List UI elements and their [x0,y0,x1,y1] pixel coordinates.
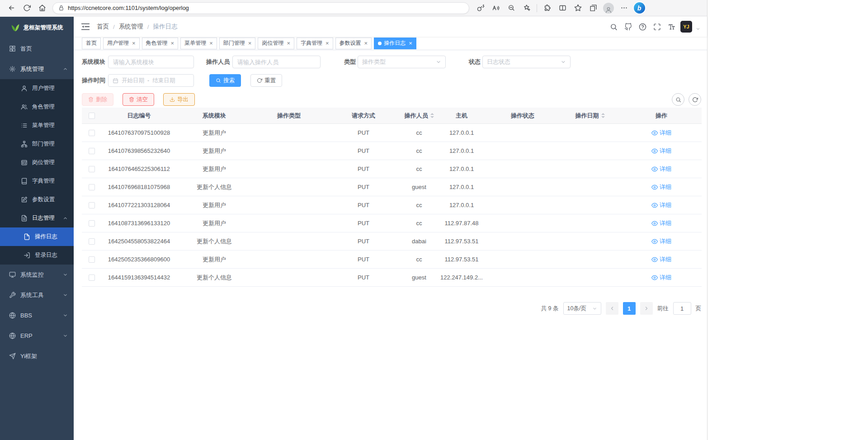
tab-8[interactable]: 操作日志× [374,38,416,49]
tab-4[interactable]: 部门管理× [219,38,256,49]
module-input[interactable] [108,56,194,68]
split-screen-icon[interactable] [555,1,570,15]
read-aloud-icon[interactable] [488,1,504,15]
address-bar[interactable]: https://ccnetcore.com:1101/system/log/op… [52,2,469,14]
row-checkbox[interactable] [89,166,95,172]
tab-2[interactable]: 角色管理× [142,38,179,49]
sidebar-item-role-management[interactable]: 角色管理 [0,98,74,116]
search-button[interactable]: 搜索 [209,74,241,87]
zoom-out-icon[interactable] [504,1,519,15]
bing-chat-icon[interactable]: b [632,1,647,15]
row-checkbox[interactable] [89,130,95,136]
tab-close-icon[interactable]: × [326,40,329,46]
tab-close-icon[interactable]: × [287,40,290,46]
sidebar-item-bbs[interactable]: BBS [0,305,74,326]
tab-0[interactable]: 首页 [82,38,101,49]
row-checkbox[interactable] [89,238,95,245]
sort-icons[interactable] [601,113,605,118]
row-checkbox[interactable] [89,184,95,190]
sidebar-item-dept-management[interactable]: 部门管理 [0,135,74,153]
row-checkbox[interactable] [89,148,95,154]
detail-link[interactable]: 详细 [651,237,671,246]
sidebar-item-operation-log[interactable]: 操作日志 [0,227,74,246]
detail-link[interactable]: 详细 [651,201,671,209]
tab-close-icon[interactable]: × [209,40,213,46]
tab-1[interactable]: 用户管理× [103,38,140,49]
select-all-checkbox[interactable] [89,113,95,119]
reset-button[interactable]: 重置 [250,74,282,87]
search-icon[interactable] [608,21,619,32]
clear-button[interactable]: 清空 [123,93,154,106]
collections-icon[interactable] [585,1,601,15]
export-button[interactable]: 导出 [163,93,195,106]
sidebar-item-param-settings[interactable]: 参数设置 [0,190,74,209]
sidebar-item-erp[interactable]: ERP [0,326,74,346]
tab-7[interactable]: 参数设置× [335,38,372,49]
tab-5[interactable]: 岗位管理× [258,38,294,49]
detail-link[interactable]: 详细 [651,274,671,282]
home-icon[interactable] [34,1,50,15]
detail-link[interactable]: 详细 [651,183,671,191]
row-checkbox[interactable] [89,274,95,281]
menu-fold-icon[interactable] [80,22,90,32]
help-icon[interactable] [637,21,648,32]
tab-close-icon[interactable]: × [248,40,252,46]
sidebar-item-system-monitor[interactable]: 系统监控 [0,265,74,285]
user-logo[interactable]: YJ [680,21,692,33]
chevron-down-icon[interactable] [696,27,700,31]
sidebar-item-yi-framework[interactable]: Yi框架 [0,346,74,366]
column-operator[interactable]: 操作人员 [401,112,437,120]
sort-icons[interactable] [430,113,434,118]
app-logo[interactable]: 意框架管理系统 [0,17,74,38]
sidebar-item-system-management[interactable]: 系统管理 [0,59,74,79]
add-favorite-icon[interactable] [519,1,534,15]
current-page[interactable]: 1 [623,302,636,315]
tab-6[interactable]: 字典管理× [297,38,333,49]
breadcrumb-item[interactable]: 首页 [97,23,109,31]
favorites-icon[interactable] [570,1,585,15]
password-key-icon[interactable] [473,1,488,15]
refresh-icon[interactable] [19,1,34,15]
row-checkbox[interactable] [89,256,95,263]
url-text[interactable]: https://ccnetcore.com:1101/system/log/op… [68,5,189,11]
tab-close-icon[interactable]: × [132,40,136,46]
fullscreen-icon[interactable] [651,21,662,32]
breadcrumb-item[interactable]: 系统管理 [119,23,143,31]
prev-page-button[interactable] [606,302,618,315]
more-icon[interactable] [616,1,632,15]
sidebar-item-user-management[interactable]: 用户管理 [0,79,74,98]
tab-close-icon[interactable]: × [409,40,412,46]
next-page-button[interactable] [640,302,653,315]
detail-link[interactable]: 详细 [651,147,671,155]
sidebar-item-system-tools[interactable]: 系统工具 [0,285,74,305]
tab-close-icon[interactable]: × [364,40,368,46]
type-select[interactable]: 操作类型 [358,56,446,68]
detail-link[interactable]: 详细 [651,165,671,173]
show-search-button[interactable] [672,93,684,106]
column-date[interactable]: 操作日期 [559,112,621,120]
date-range-picker[interactable]: 开始日期 - 结束日期 [108,74,194,87]
sidebar-item-home[interactable]: 首页 [0,38,74,59]
sidebar-item-post-management[interactable]: 岗位管理 [0,153,74,172]
refresh-table-button[interactable] [689,93,701,106]
delete-button[interactable]: 删除 [82,93,113,106]
sidebar-item-dict-management[interactable]: 字典管理 [0,172,74,190]
page-size-select[interactable]: 10条/页 [563,302,601,315]
sidebar-item-menu-management[interactable]: 菜单管理 [0,116,74,135]
row-checkbox[interactable] [89,202,95,208]
operator-input[interactable] [232,56,321,68]
status-select[interactable]: 日志状态 [482,56,571,68]
font-size-icon[interactable] [666,21,677,32]
detail-link[interactable]: 详细 [651,129,671,137]
tab-close-icon[interactable]: × [171,40,175,46]
extensions-icon[interactable] [539,1,555,15]
tab-3[interactable]: 菜单管理× [180,38,217,49]
detail-link[interactable]: 详细 [651,255,671,264]
back-icon[interactable] [4,1,19,15]
goto-page-input[interactable] [673,302,691,315]
profile-avatar[interactable] [601,1,616,15]
row-checkbox[interactable] [89,220,95,227]
sidebar-item-login-log[interactable]: 登录日志 [0,246,74,265]
sidebar-item-log-management[interactable]: 日志管理 [0,209,74,227]
detail-link[interactable]: 详细 [651,219,671,227]
